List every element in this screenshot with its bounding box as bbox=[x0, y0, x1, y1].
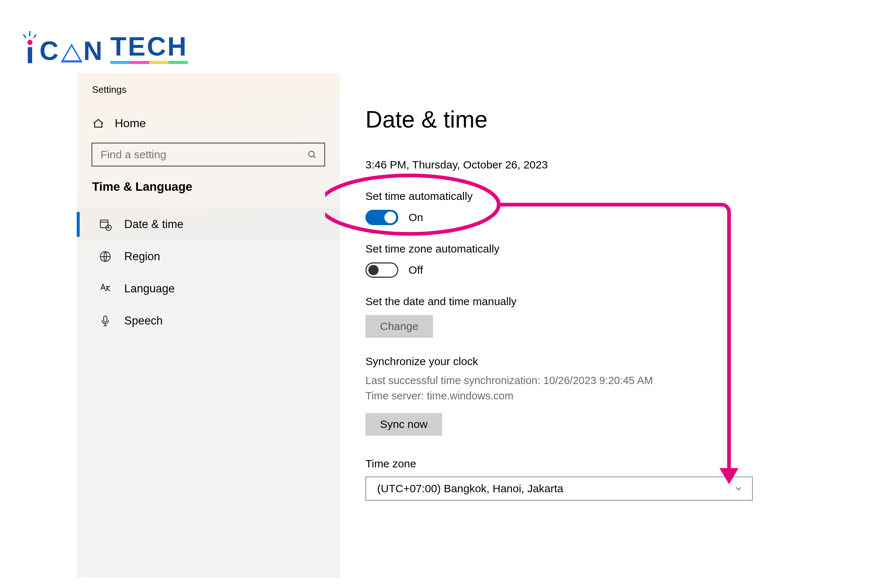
setting-manual-datetime: Set the date and time manually Change bbox=[366, 295, 753, 338]
setting-sync-clock: Synchronize your clock Last successful t… bbox=[366, 355, 753, 436]
timezone-selected: (UTC+07:00) Bangkok, Hanoi, Jakarta bbox=[377, 482, 563, 495]
sync-title: Synchronize your clock bbox=[366, 355, 753, 368]
timezone-select[interactable]: (UTC+07:00) Bangkok, Hanoi, Jakarta bbox=[366, 477, 753, 501]
current-datetime: 3:46 PM, Thursday, October 26, 2023 bbox=[366, 159, 753, 171]
lightbulb-icon bbox=[22, 31, 37, 64]
sync-last: Last successful time synchronization: 10… bbox=[366, 373, 753, 388]
sidebar-item-date-time[interactable]: Date & time bbox=[77, 208, 340, 240]
svg-rect-6 bbox=[104, 316, 107, 322]
search-input[interactable] bbox=[91, 142, 325, 166]
sync-server: Time server: time.windows.com bbox=[366, 388, 753, 404]
setting-set-time-auto: Set time automatically On bbox=[366, 190, 753, 225]
settings-sidebar: Settings Home Time & Language bbox=[77, 73, 340, 578]
brand-letter-c: C bbox=[39, 38, 60, 64]
settings-window: Settings Home Time & Language bbox=[77, 73, 778, 578]
change-button[interactable]: Change bbox=[366, 315, 433, 338]
svg-line-1 bbox=[313, 156, 316, 158]
setting-set-tz-auto: Set time zone automatically Off bbox=[366, 243, 753, 278]
calendar-clock-icon bbox=[99, 218, 112, 231]
sidebar-home[interactable]: Home bbox=[77, 106, 340, 142]
sidebar-item-label: Speech bbox=[124, 314, 163, 327]
brand-letter-n: N bbox=[83, 38, 104, 64]
set-time-auto-toggle[interactable] bbox=[366, 210, 398, 225]
search-icon bbox=[307, 150, 317, 160]
page-title: Date & time bbox=[366, 106, 753, 133]
sidebar-nav: Date & time Region Langu bbox=[77, 208, 340, 337]
sidebar-category: Time & Language bbox=[77, 180, 340, 208]
setting-timezone: Time zone (UTC+07:00) Bangkok, Hanoi, Ja… bbox=[366, 458, 753, 501]
sidebar-item-label: Language bbox=[124, 282, 175, 295]
set-time-auto-label: Set time automatically bbox=[366, 190, 753, 202]
set-time-auto-state: On bbox=[409, 211, 423, 224]
sidebar-item-label: Region bbox=[124, 250, 160, 263]
sidebar-item-language[interactable]: Language bbox=[77, 273, 340, 305]
set-tz-auto-state: Off bbox=[409, 264, 423, 276]
sidebar-item-speech[interactable]: Speech bbox=[77, 305, 340, 337]
sidebar-item-label: Date & time bbox=[124, 218, 183, 231]
language-icon bbox=[99, 282, 112, 295]
settings-main: Date & time 3:46 PM, Thursday, October 2… bbox=[340, 73, 778, 578]
search-wrap bbox=[91, 142, 325, 166]
sidebar-home-label: Home bbox=[115, 117, 146, 130]
manual-label: Set the date and time manually bbox=[366, 295, 753, 308]
timezone-label: Time zone bbox=[366, 458, 753, 470]
triangle-a-icon bbox=[61, 44, 82, 63]
brand-word-tech: TECH bbox=[110, 33, 188, 64]
microphone-icon bbox=[99, 314, 112, 327]
sidebar-item-region[interactable]: Region bbox=[77, 240, 340, 273]
svg-rect-2 bbox=[100, 220, 108, 228]
app-title: Settings bbox=[77, 84, 340, 106]
globe-icon bbox=[99, 250, 112, 263]
brand-logo: C N TECH bbox=[22, 31, 188, 64]
chevron-down-icon bbox=[734, 484, 743, 494]
set-tz-auto-label: Set time zone automatically bbox=[366, 243, 753, 255]
sync-now-button[interactable]: Sync now bbox=[366, 413, 442, 436]
set-tz-auto-toggle[interactable] bbox=[366, 262, 398, 278]
home-icon bbox=[92, 117, 105, 130]
